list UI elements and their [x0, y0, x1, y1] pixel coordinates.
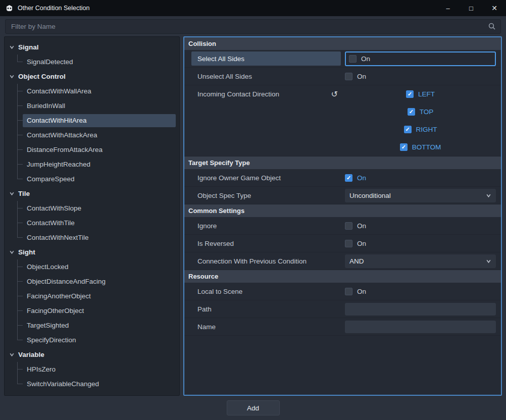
check-icon: ✓ [409, 109, 414, 115]
checkbox[interactable] [345, 240, 352, 247]
select-all-sides-checkbox-field[interactable]: On [345, 51, 496, 66]
checkbox[interactable] [345, 73, 352, 80]
checkbox-label: On [357, 240, 366, 247]
minimize-button[interactable]: – [436, 0, 460, 16]
tree-item-objectlocked[interactable]: ObjectLocked [5, 259, 179, 274]
tree-item-contactwithtile[interactable]: ContactWithTile [5, 216, 179, 230]
checkbox[interactable]: ✓ [400, 143, 408, 151]
property-label: Ignore Owner Game Object [191, 171, 341, 185]
tree-group-header-variable[interactable]: Variable [5, 347, 179, 362]
direction-flags: ✓ LEFT ✓ TOP ✓ RIGHT ✓ BOTTOM [341, 85, 501, 156]
property-label: Name [191, 320, 341, 334]
tree-item-switchvariablechanged[interactable]: SwitchVariableChanged [5, 377, 179, 391]
add-button[interactable]: Add [227, 400, 280, 415]
condition-tree: Signal SignalDetected Object Control Con… [4, 36, 180, 396]
tree-item-distancefromattackarea[interactable]: DistanceFromAttackArea [5, 142, 179, 157]
checkbox[interactable]: ✓ [406, 90, 414, 98]
tree-group-header-tile[interactable]: Tile [5, 186, 179, 201]
flag-top[interactable]: ✓ TOP [408, 103, 434, 121]
dropdown-value: Unconditional [349, 192, 391, 199]
tree-item-jumpheightreached[interactable]: JumpHeightReached [5, 157, 179, 172]
tree-item-contactwithslope[interactable]: ContactWithSlope [5, 201, 179, 216]
close-button[interactable]: ✕ [483, 0, 506, 16]
tree-item-contactwithnexttile[interactable]: ContactWithNextTile [5, 230, 179, 245]
tree-group-header-sight[interactable]: Sight [5, 245, 179, 259]
property-row-local-to-scene: Local to Scene On [184, 283, 501, 300]
chevron-down-icon [9, 74, 15, 79]
main-content: Signal SignalDetected Object Control Con… [0, 36, 506, 396]
checkbox[interactable] [349, 55, 357, 63]
checkbox[interactable] [345, 222, 352, 230]
tree-item-facingotherobject[interactable]: FacingOtherObject [5, 303, 179, 318]
tree-item-specifydirection[interactable]: SpecifyDirection [5, 333, 179, 347]
property-editor: On [341, 68, 501, 85]
dialog-footer: Add [0, 396, 506, 420]
checkbox[interactable]: ✓ [408, 108, 415, 116]
tree-item-objectdistanceandfacing[interactable]: ObjectDistanceAndFacing [5, 274, 179, 289]
property-editor: Unconditional [341, 187, 501, 204]
path-field[interactable] [345, 303, 496, 316]
tree-group-label: Signal [18, 43, 39, 51]
tree-item-hpiszero[interactable]: HPIsZero [5, 362, 179, 377]
tree-item-facinganotherobject[interactable]: FacingAnotherObject [5, 289, 179, 303]
tree-item-comparespeed[interactable]: CompareSpeed [5, 172, 179, 186]
chevron-down-icon [486, 193, 491, 198]
tree-group-tile: Tile ContactWithSlope ContactWithTile Co… [5, 186, 179, 245]
tree-group-label: Variable [18, 351, 44, 358]
chevron-down-icon [9, 44, 15, 50]
checkbox[interactable]: ✓ [404, 126, 412, 133]
flag-label: TOP [420, 108, 434, 116]
check-icon: ✓ [401, 144, 406, 150]
connection-with-previous-condition-dropdown[interactable]: AND [345, 254, 496, 268]
tree-group-label: Tile [18, 190, 30, 197]
tree-item-buriedinwall[interactable]: BuriedInWall [5, 98, 179, 113]
property-row-name: Name [184, 318, 501, 336]
dropdown-value: AND [349, 257, 364, 265]
property-editor: On [341, 283, 501, 300]
app-icon [5, 4, 14, 13]
flag-label: BOTTOM [412, 143, 441, 151]
tree-item-contactwithhitarea[interactable]: ContactWithHitArea [5, 113, 179, 128]
property-editor: ✓ On [341, 169, 501, 186]
property-row-incoming-contact-direction: Incoming Contact Direction ↺ ✓ LEFT ✓ TO… [184, 85, 501, 156]
checkbox-label: On [357, 174, 366, 182]
chevron-down-icon [9, 249, 15, 255]
property-label: Local to Scene [191, 284, 341, 298]
section-common-settings-header: Common Settings [184, 204, 501, 217]
maximize-button[interactable]: □ [460, 0, 483, 16]
section-resource-header: Resource [184, 270, 501, 283]
tree-group-signal: Signal SignalDetected [5, 40, 179, 69]
flag-left[interactable]: ✓ LEFT [406, 85, 435, 103]
check-icon: ✓ [408, 91, 412, 97]
object-spec-type-dropdown[interactable]: Unconditional [345, 189, 496, 202]
checkbox-label: On [357, 73, 366, 80]
tree-group-header-signal[interactable]: Signal [5, 40, 179, 55]
property-row-connection-with-previous-condition: Connection With Previous Condition AND [184, 252, 501, 270]
tree-item-signaldetected[interactable]: SignalDetected [5, 55, 179, 69]
property-label: Is Reversed [191, 236, 341, 250]
tree-item-contactwithattackarea[interactable]: ContactWithAttackArea [5, 128, 179, 142]
property-row-ignore-owner-game-object: Ignore Owner Game Object ✓ On [184, 169, 501, 187]
flag-label: RIGHT [416, 126, 437, 133]
checkbox[interactable] [345, 288, 352, 295]
dialog-window: Other Condition Selection – □ ✕ Signal [0, 0, 506, 420]
tree-group-header-object-control[interactable]: Object Control [5, 69, 179, 84]
tree-item-targetsighted[interactable]: TargetSighted [5, 318, 179, 333]
checkbox-label: On [357, 222, 366, 230]
tree-item-contactwithwallarea[interactable]: ContactWithWallArea [5, 84, 179, 98]
checkbox-label: On [361, 55, 370, 63]
property-row-select-all-sides: Select All Sides On [184, 50, 501, 68]
revert-icon[interactable]: ↺ [331, 89, 338, 99]
checkbox-label: On [357, 288, 366, 295]
checkbox[interactable]: ✓ [345, 174, 352, 182]
chevron-down-icon [486, 258, 491, 264]
chevron-down-icon [9, 191, 15, 196]
filter-input[interactable] [10, 22, 485, 31]
flag-label: LEFT [418, 90, 435, 98]
filter-field[interactable] [5, 19, 501, 34]
property-label: Ignore [191, 219, 341, 233]
name-field[interactable] [345, 321, 496, 333]
property-row-unselect-all-sides: Unselect All Sides On [184, 68, 501, 85]
flag-bottom[interactable]: ✓ BOTTOM [400, 138, 441, 156]
flag-right[interactable]: ✓ RIGHT [404, 121, 437, 138]
